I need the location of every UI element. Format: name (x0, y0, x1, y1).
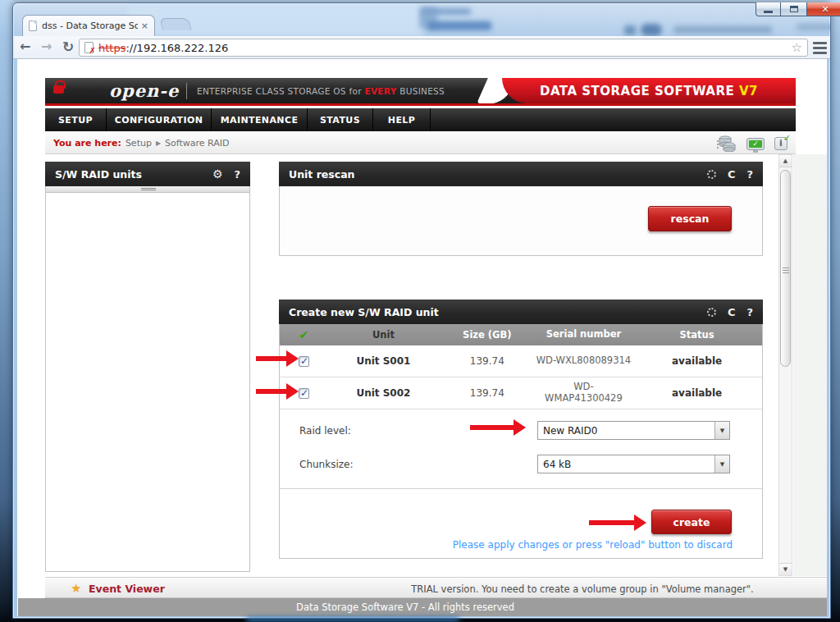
info-status-icon[interactable]: i ✓ (774, 137, 788, 150)
tagline-every: EVERY (364, 86, 396, 96)
annotation-arrow-create (589, 515, 646, 531)
unit-name: Unit S001 (328, 355, 439, 367)
chrome-menu-button[interactable] (813, 42, 827, 57)
storage-disks-icon[interactable] (717, 135, 737, 152)
new-tab-button[interactable] (159, 18, 192, 30)
annotation-arrow-checkbox2 (256, 383, 299, 400)
status-bar: ★ Event Viewer TRIAL version. You need t… (45, 577, 827, 598)
maximize-icon (790, 6, 798, 12)
footer-text: Data Storage Software V7 - All rights re… (18, 601, 792, 613)
create-button[interactable]: create (651, 510, 732, 534)
spinner-icon (707, 170, 716, 179)
unit-serial: WD-​WXL808089314 (536, 355, 632, 367)
chunksize-select[interactable]: 64 kB ▼ (537, 455, 730, 473)
unit-s002-checkbox[interactable]: ✓ (299, 388, 309, 399)
bookmark-star-icon[interactable]: ☆ (792, 40, 802, 55)
create-panel-header: Create new S/W RAID unit C ? (279, 300, 763, 324)
product-title-text: DATA STORAGE SOFTWARE (540, 84, 739, 98)
unit-size: 139.74 (439, 355, 536, 367)
close-window-icon: ✕ (821, 4, 829, 15)
tagline: ENTERPRISE CLASS STORAGE OS for EVERY BU… (197, 86, 445, 96)
create-refresh-icon[interactable]: C (728, 306, 736, 318)
annotation-arrow-raid-level (470, 419, 526, 436)
breadcrumb-arrow-icon: ▶ (156, 139, 161, 147)
select-all-check-icon[interactable]: ✔ (299, 328, 309, 341)
sidebar-help-icon[interactable]: ? (234, 168, 240, 181)
sidebar-title: S/W RAID units (55, 168, 142, 181)
logo-divider (186, 83, 187, 99)
connection-ok-monitor-icon[interactable]: ✓ (746, 138, 765, 150)
nav-status[interactable]: STATUS (308, 108, 373, 131)
breadcrumb: You are here: Setup ▶ Software RAID ✓ i … (45, 133, 796, 154)
url-text: ://192.168.222.126 (126, 42, 228, 54)
create-panel-title: Create new S/W RAID unit (289, 306, 439, 318)
back-button[interactable]: ← (20, 40, 30, 53)
info-letter: i (779, 138, 783, 149)
annotation-arrow-checkbox1 (256, 350, 299, 367)
browser-tab[interactable]: dss - Data Storage Softwa × (22, 15, 155, 36)
scroll-down-icon[interactable]: ▼ (779, 563, 792, 575)
grip-handle-icon (141, 188, 156, 190)
sidebar-panel-header: S/W RAID units ⚙ ? (45, 162, 250, 186)
product-version: V7 (739, 84, 758, 98)
breadcrumb-setup[interactable]: Setup (126, 138, 152, 149)
create-help-icon[interactable]: ? (746, 306, 753, 318)
unit-size: 139.74 (439, 387, 536, 399)
nav-configuration[interactable]: CONFIGURATION (107, 108, 212, 131)
rescan-refresh-icon[interactable]: C (728, 168, 736, 181)
close-window-button[interactable]: ✕ (806, 2, 840, 16)
forward-button[interactable]: → (41, 40, 52, 53)
address-bar[interactable]: ✗ https ://192.168.222.126 ☆ (79, 39, 808, 57)
nav-maintenance[interactable]: MAINTENANCE (212, 108, 308, 131)
rescan-panel-title: Unit rescan (289, 168, 355, 181)
desktop-glow (246, 617, 459, 622)
tagline-part2: for (349, 86, 364, 96)
raid-level-value: New RAID0 (538, 425, 714, 437)
secure-lock-icon (53, 85, 64, 94)
minimize-button[interactable] (756, 2, 781, 16)
event-viewer-link[interactable]: Event Viewer (89, 583, 165, 595)
unit-serial: WD-​WMAP41300429 (536, 382, 632, 405)
gear-icon[interactable]: ⚙ (212, 168, 223, 180)
cert-warning-icon[interactable]: ✗ (84, 42, 94, 53)
dropdown-arrow-icon[interactable]: ▼ (714, 455, 729, 473)
breadcrumb-prefix: You are here: (53, 138, 121, 149)
unit-name: Unit S002 (328, 387, 439, 399)
tagline-part4: BUSINESS (397, 86, 445, 96)
event-star-icon: ★ (71, 581, 81, 596)
url-scheme: https (98, 42, 126, 54)
apply-changes-note: Please apply changes or press "reload" b… (361, 539, 733, 551)
rescan-panel-header: Unit rescan C ? (279, 162, 763, 186)
trial-notice: TRIAL version. You need to create a volu… (353, 583, 812, 595)
unit-status: available (632, 355, 762, 367)
table-row-unit-s002: ✓ Unit S002 139.74 WD-​WMAP41300429 avai… (280, 377, 762, 409)
rescan-help-icon[interactable]: ? (746, 168, 753, 181)
desktop: ✕ dss - Data Storage Softwa × ← → ↻ ✗ ht… (0, 0, 840, 622)
reload-button[interactable]: ↻ (62, 40, 74, 54)
scrollbar-thumb[interactable] (780, 170, 791, 367)
column-serial: Serial number (536, 329, 632, 341)
nav-setup[interactable]: SETUP (45, 108, 107, 131)
nav-help[interactable]: HELP (373, 108, 431, 131)
sidebar-grip-bar[interactable] (45, 186, 250, 193)
info-check-icon: ✓ (783, 133, 791, 144)
raid-level-select[interactable]: New RAID0 ▼ (537, 421, 730, 440)
maximize-button[interactable] (781, 2, 806, 16)
app-footer: Data Storage Software V7 - All rights re… (18, 598, 827, 616)
tab-close-icon[interactable]: × (141, 21, 148, 31)
monitor-check-icon: ✓ (749, 140, 762, 148)
page-favicon-icon (29, 21, 37, 31)
scroll-up-icon[interactable]: ▲ (779, 155, 792, 167)
status-icons: ✓ i ✓ (717, 135, 788, 152)
minimize-icon (764, 11, 773, 13)
tagline-part1: ENTERPRISE CLASS STORAGE OS (197, 86, 349, 96)
column-status: Status (632, 329, 762, 341)
dropdown-arrow-icon[interactable]: ▼ (714, 422, 729, 439)
page-scrollbar[interactable]: ▲ ▼ (778, 154, 792, 576)
cert-error-x-icon: ✗ (89, 46, 96, 55)
rescan-button[interactable]: rescan (648, 206, 732, 231)
unit-s001-checkbox[interactable]: ✓ (299, 356, 309, 367)
checkbox-check-icon: ✓ (300, 355, 308, 367)
column-unit: Unit (328, 329, 439, 341)
column-size: Size (GB) (439, 329, 536, 341)
